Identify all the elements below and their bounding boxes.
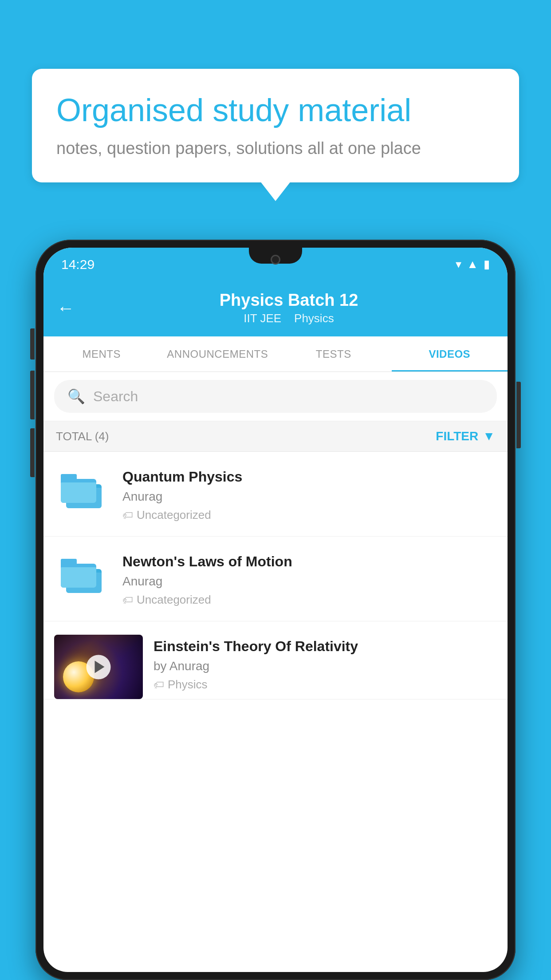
- header-subtitle: IIT JEE Physics: [83, 312, 494, 325]
- folder-icon-2: [61, 559, 105, 599]
- search-icon: 🔍: [67, 388, 85, 405]
- tab-announcements[interactable]: ANNOUNCEMENTS: [160, 336, 276, 371]
- video-title-2: Newton's Laws of Motion: [122, 553, 497, 570]
- video-item-3[interactable]: Einstein's Theory Of Relativity by Anura…: [43, 621, 508, 699]
- bubble-subtitle: notes, question papers, solutions all at…: [56, 139, 495, 158]
- battery-icon: ▮: [484, 257, 490, 271]
- video-thumbnail-3: [54, 635, 143, 699]
- silent-button: [30, 428, 35, 477]
- video-list: Quantum Physics Anurag 🏷 Uncategorized: [43, 452, 508, 699]
- signal-icon: ▲: [467, 257, 478, 271]
- phone-camera: [271, 255, 280, 265]
- search-bar[interactable]: 🔍 Search: [54, 380, 497, 413]
- total-count: TOTAL (4): [56, 430, 109, 443]
- tag-label-2: Uncategorized: [137, 593, 211, 607]
- video-item-1[interactable]: Quantum Physics Anurag 🏷 Uncategorized: [43, 452, 508, 537]
- video-info-2: Newton's Laws of Motion Anurag 🏷 Uncateg…: [122, 550, 497, 607]
- tag-icon-1: 🏷: [122, 509, 133, 522]
- status-time: 14:29: [61, 257, 94, 272]
- filter-icon: ▼: [483, 429, 495, 443]
- volume-down-button: [30, 371, 35, 419]
- tabs-bar: MENTS ANNOUNCEMENTS TESTS VIDEOS: [43, 336, 508, 372]
- video-author-2: Anurag: [122, 574, 497, 589]
- video-info-1: Quantum Physics Anurag 🏷 Uncategorized: [122, 465, 497, 522]
- video-tag-1: 🏷 Uncategorized: [122, 508, 497, 522]
- filter-label: FILTER: [436, 429, 478, 443]
- tab-tests[interactable]: TESTS: [276, 336, 392, 371]
- video-title-3: Einstein's Theory Of Relativity: [153, 638, 497, 655]
- speech-bubble: Organised study material notes, question…: [32, 69, 519, 182]
- phone-notch: [249, 248, 302, 264]
- app-header: ← Physics Batch 12 IIT JEE Physics: [43, 281, 508, 336]
- bubble-title: Organised study material: [56, 91, 495, 129]
- tag-label-1: Uncategorized: [137, 508, 211, 522]
- volume-up-button: [30, 328, 35, 360]
- tag-icon-3: 🏷: [153, 679, 164, 691]
- video-item-2[interactable]: Newton's Laws of Motion Anurag 🏷 Uncateg…: [43, 537, 508, 621]
- subtitle-part1: IIT JEE: [244, 312, 281, 325]
- tab-ments[interactable]: MENTS: [43, 336, 160, 371]
- play-button-3[interactable]: [87, 655, 111, 679]
- phone-body: 14:29 ▾ ▲ ▮ ← Physics Batch 12 IIT JEE P…: [35, 240, 516, 980]
- filter-bar: TOTAL (4) FILTER ▼: [43, 421, 508, 452]
- search-input[interactable]: Search: [93, 388, 138, 405]
- video-thumb-folder-2: [54, 550, 112, 608]
- tag-icon-2: 🏷: [122, 594, 133, 606]
- video-tag-3: 🏷 Physics: [153, 678, 497, 692]
- search-section: 🔍 Search: [43, 372, 508, 421]
- status-icons: ▾ ▲ ▮: [456, 257, 490, 271]
- phone-screen: 14:29 ▾ ▲ ▮ ← Physics Batch 12 IIT JEE P…: [43, 248, 508, 972]
- phone-container: 14:29 ▾ ▲ ▮ ← Physics Batch 12 IIT JEE P…: [35, 240, 516, 980]
- header-title: Physics Batch 12: [83, 291, 494, 310]
- video-info-3: Einstein's Theory Of Relativity by Anura…: [153, 635, 497, 692]
- video-title-1: Quantum Physics: [122, 469, 497, 485]
- power-button: [516, 382, 521, 448]
- video-thumb-folder-1: [54, 465, 112, 523]
- wifi-icon: ▾: [456, 257, 461, 271]
- play-triangle-icon: [94, 661, 104, 673]
- subtitle-part2: Physics: [294, 312, 334, 325]
- tag-label-3: Physics: [168, 678, 208, 692]
- header-title-group: Physics Batch 12 IIT JEE Physics: [83, 291, 494, 325]
- video-author-3: by Anurag: [153, 659, 497, 673]
- tab-videos[interactable]: VIDEOS: [392, 336, 508, 371]
- video-author-1: Anurag: [122, 490, 497, 504]
- filter-button[interactable]: FILTER ▼: [436, 429, 495, 443]
- folder-icon-1: [61, 474, 105, 514]
- video-tag-2: 🏷 Uncategorized: [122, 593, 497, 607]
- back-button[interactable]: ←: [57, 298, 75, 318]
